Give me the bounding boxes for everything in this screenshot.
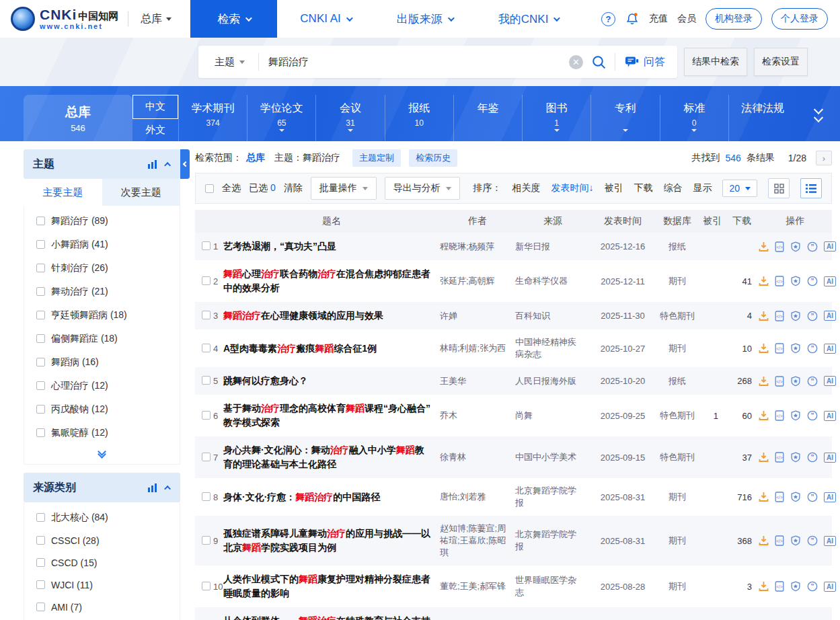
checkbox[interactable]	[36, 536, 45, 545]
quote-icon[interactable]: ”	[807, 492, 818, 502]
document-code-icon[interactable]: </>	[775, 535, 784, 546]
list-view-button[interactable]	[800, 178, 822, 198]
result-title-link[interactable]: 艺考热退潮，“真功夫”凸显	[223, 239, 440, 254]
tab-secondary-subject[interactable]: 次要主题	[102, 179, 181, 206]
ai-icon[interactable]: AI	[824, 536, 836, 546]
checkbox[interactable]	[36, 603, 45, 611]
row-checkbox[interactable]	[202, 411, 211, 420]
checkbox[interactable]	[36, 381, 45, 390]
checkbox[interactable]	[36, 428, 45, 437]
search-input[interactable]	[259, 56, 569, 68]
source-filter-item[interactable]: CSSCI (28)	[24, 529, 180, 551]
nav-item-cnki-ai[interactable]: CNKI AI	[277, 0, 373, 38]
database-tab-学位论文[interactable]: 学位论文65	[247, 95, 315, 141]
column-header-被引[interactable]: 被引	[699, 215, 725, 227]
search-settings-button[interactable]: 检索设置	[754, 48, 808, 76]
grid-view-button[interactable]	[768, 178, 790, 198]
tab-total-library[interactable]: 总库 546	[24, 95, 132, 141]
next-page-button[interactable]: ›	[816, 151, 832, 165]
document-code-icon[interactable]: </>	[775, 241, 784, 252]
result-authors[interactable]: 徐青林	[440, 451, 515, 463]
subject-custom-button[interactable]: 主题定制	[352, 149, 401, 167]
recharge-link[interactable]: 充值	[649, 13, 668, 25]
result-title-link[interactable]: 身体·文化·疗愈：舞蹈治疗的中国路径	[223, 490, 440, 504]
expand-more-button[interactable]	[24, 446, 180, 464]
column-header-下载[interactable]: 下载	[725, 215, 759, 227]
download-icon[interactable]	[759, 311, 769, 321]
source-filter-item[interactable]: CSCD (15)	[24, 551, 180, 574]
result-source[interactable]: 新华日报	[515, 241, 590, 253]
tab-foreign[interactable]: 外文	[132, 119, 178, 142]
checkbox[interactable]	[36, 405, 45, 414]
sort-option-下载[interactable]: 下载	[634, 182, 652, 194]
result-title-link[interactable]: A型肉毒毒素治疗瘢痕舞蹈综合征1例	[223, 342, 440, 356]
download-icon[interactable]	[759, 343, 769, 354]
quote-icon[interactable]: ”	[807, 535, 818, 546]
ai-icon[interactable]: AI	[824, 376, 836, 386]
nav-item-publications[interactable]: 出版来源	[374, 0, 475, 38]
result-source[interactable]: 北京舞蹈学院学报	[515, 529, 590, 553]
subject-filter-item[interactable]: 舞蹈病 (16)	[24, 350, 180, 374]
column-header-作者[interactable]: 作者	[440, 215, 515, 227]
result-title-link[interactable]: 从个体到群体——舞蹈治疗在特殊教育与社会支持体系中的实践探索	[223, 614, 440, 620]
database-tab-学术期刊[interactable]: 学术期刊374	[178, 95, 247, 141]
result-source[interactable]: 百科知识	[515, 310, 590, 322]
database-tab-年鉴[interactable]: 年鉴	[453, 95, 522, 141]
row-checkbox[interactable]	[202, 241, 211, 250]
checkbox[interactable]	[36, 513, 45, 522]
ai-icon[interactable]: AI	[824, 453, 836, 463]
quote-icon[interactable]: ”	[807, 276, 818, 286]
result-title-link[interactable]: 人类作业模式下的舞蹈康复护理对精神分裂症患者睡眠质量的影响	[223, 572, 440, 600]
checkbox[interactable]	[36, 334, 45, 343]
nav-item-search[interactable]: 检索	[190, 0, 277, 38]
ai-icon[interactable]: AI	[824, 492, 836, 502]
star-badge-icon[interactable]	[790, 343, 801, 354]
collapse-section-icon[interactable]	[164, 485, 171, 492]
subject-filter-item[interactable]: 心理治疗 (12)	[24, 374, 180, 397]
subject-filter-item[interactable]: 舞蹈治疗 (89)	[24, 209, 180, 233]
row-checkbox[interactable]	[202, 582, 211, 590]
download-icon[interactable]	[759, 492, 769, 502]
ai-icon[interactable]: AI	[824, 276, 836, 286]
checkbox[interactable]	[36, 580, 45, 589]
sort-option-被引[interactable]: 被引	[604, 182, 623, 194]
star-badge-icon[interactable]	[790, 581, 801, 592]
quote-icon[interactable]: ”	[807, 343, 818, 354]
sort-option-发表时间↓[interactable]: 发表时间↓	[551, 182, 593, 194]
tab-chinese[interactable]: 中文	[132, 95, 178, 119]
row-checkbox[interactable]	[202, 453, 211, 461]
document-code-icon[interactable]: </>	[775, 452, 784, 463]
column-header-题名[interactable]: 题名	[223, 215, 440, 227]
star-badge-icon[interactable]	[790, 376, 801, 387]
more-databases-button[interactable]	[797, 86, 840, 141]
checkbox[interactable]	[36, 240, 45, 249]
sort-option-相关度[interactable]: 相关度	[512, 182, 540, 194]
subject-filter-item[interactable]: 偏侧舞蹈症 (18)	[24, 327, 180, 350]
quote-icon[interactable]: ”	[807, 581, 818, 592]
document-code-icon[interactable]: </>	[775, 581, 784, 592]
org-login-button[interactable]: 机构登录	[705, 8, 762, 30]
row-checkbox[interactable]	[202, 492, 211, 501]
download-icon[interactable]	[759, 581, 769, 592]
tab-main-subject[interactable]: 主要主题	[24, 179, 102, 206]
result-authors[interactable]: 赵知博;陈萋宣;周祐瑄;王嘉欣;陈昭琪	[440, 522, 515, 559]
member-link[interactable]: 会员	[677, 13, 696, 25]
result-title-link[interactable]: 舞蹈心理治疗联合药物治疗在混合焦虑抑郁症患者中的效果分析	[223, 267, 440, 295]
result-authors[interactable]: 乔木	[440, 410, 515, 422]
column-header-发表时间[interactable]: 发表时间	[590, 215, 655, 227]
subject-filter-item[interactable]: 针刺治疗 (26)	[24, 256, 180, 280]
star-badge-icon[interactable]	[790, 311, 801, 321]
ai-icon[interactable]: AI	[824, 582, 836, 592]
ai-icon[interactable]: AI	[824, 344, 836, 354]
result-source[interactable]: 生命科学仪器	[515, 275, 590, 287]
quote-icon[interactable]: ”	[807, 241, 818, 252]
export-analyze-dropdown[interactable]: 导出与分析	[385, 177, 460, 200]
document-code-icon[interactable]: </>	[775, 492, 784, 502]
clear-selection-button[interactable]: 清除	[284, 182, 303, 194]
help-icon[interactable]: ?	[601, 12, 615, 26]
quote-icon[interactable]: ”	[807, 410, 818, 421]
checkbox[interactable]	[36, 264, 45, 272]
result-source[interactable]: 中国神经精神疾病杂志	[515, 336, 590, 360]
star-badge-icon[interactable]	[790, 410, 801, 421]
row-checkbox[interactable]	[202, 344, 211, 352]
